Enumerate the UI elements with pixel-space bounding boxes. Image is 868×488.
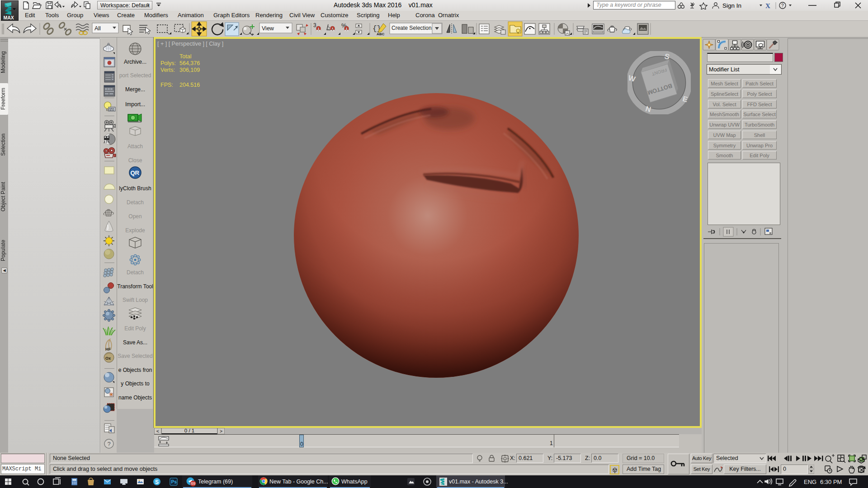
svg-text:HF: HF [105,347,111,352]
svg-text:?: ? [781,3,784,8]
svg-text:6:30 PM: 6:30 PM [820,479,842,485]
svg-text:Telegram (69): Telegram (69) [198,479,233,485]
svg-text:All: All [94,25,101,32]
svg-text:View: View [262,25,274,32]
svg-text:3: 3 [313,22,316,28]
svg-text:Ps: Ps [171,479,177,484]
svg-text:69: 69 [191,481,196,486]
svg-text:MAX: MAX [4,15,14,20]
svg-text:New Tab - Google Ch...: New Tab - Google Ch... [269,479,328,485]
svg-text:WhatsApp: WhatsApp [341,479,368,485]
svg-text:Ox: Ox [105,356,111,361]
svg-text:v01.max - Autodesk 3...: v01.max - Autodesk 3... [449,479,508,485]
svg-text:ABC: ABC [377,32,385,36]
svg-text:Sign In: Sign In [722,2,741,9]
svg-text:QR: QR [131,169,140,176]
svg-text:X: X [765,2,770,9]
svg-text:ENG: ENG [804,479,816,485]
svg-text:S: S [155,479,159,485]
